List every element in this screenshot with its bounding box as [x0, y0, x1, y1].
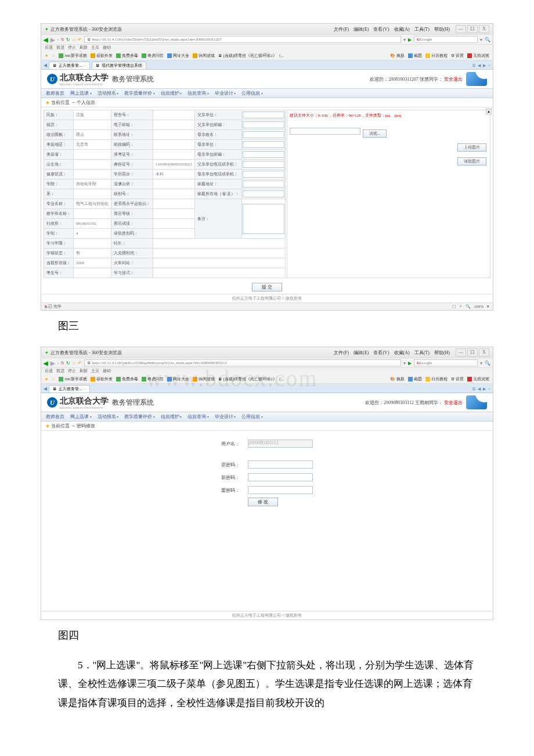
input-mother-unit[interactable]: [243, 141, 284, 148]
menu-edit[interactable]: 编辑(E): [353, 350, 369, 356]
tabstrip-icon[interactable]: ◀: [478, 63, 481, 68]
menu-course-select[interactable]: 网上选课: [70, 413, 92, 420]
confirm-password-input[interactable]: [248, 486, 313, 494]
tab-nav-left[interactable]: ◀: [44, 386, 47, 391]
forward-button[interactable]: ▶: [50, 37, 55, 43]
file-path-input[interactable]: [290, 128, 360, 135]
tab-close-icon[interactable]: ×: [84, 63, 86, 68]
menu-favorites[interactable]: 收藏(A): [394, 350, 410, 356]
tabstrip-icon[interactable]: ⧉: [472, 387, 475, 391]
reload-button[interactable]: ↻: [66, 361, 70, 366]
input-remark[interactable]: [243, 204, 284, 234]
bm-incognito[interactable]: 无痕浏览: [467, 376, 489, 382]
input-father-unit[interactable]: [243, 111, 284, 118]
input-family-addr[interactable]: [243, 181, 284, 188]
tab-1[interactable]: 🗎 正方教务管... ×: [49, 62, 90, 69]
menu-home[interactable]: 教师首页: [46, 413, 64, 420]
bm-6[interactable]: 休闲游戏: [193, 53, 215, 59]
bm-4[interactable]: 奇虎问答: [142, 53, 164, 59]
url-dropdown-icon[interactable]: ▾: [403, 361, 406, 366]
logout-link[interactable]: 安全退出: [444, 400, 463, 405]
menu-tools[interactable]: 工具(T): [414, 26, 430, 33]
input-mother-zip[interactable]: [243, 151, 284, 158]
minimize-button[interactable]: —: [456, 348, 466, 357]
restore-button[interactable]: 口: [467, 25, 478, 33]
scroll-up-icon[interactable]: ▲: [486, 109, 492, 114]
search-box[interactable]: G Google: [414, 36, 478, 43]
menu-home[interactable]: 教师首页: [46, 90, 64, 96]
bm-calendar[interactable]: 日历教程: [425, 53, 448, 59]
search-glass-icon[interactable]: 🔍: [485, 361, 490, 366]
bm-7[interactable]: 🗎[连载]绾青丝《死亡循环续2》（...: [218, 376, 284, 382]
menu-info-query[interactable]: 信息查询: [187, 90, 209, 96]
search-box[interactable]: G Google: [414, 359, 478, 366]
menu-grad-design[interactable]: 毕业设计: [215, 413, 236, 420]
search-go-icon[interactable]: ▾: [480, 361, 482, 366]
bm-settings[interactable]: ⚙设置: [451, 53, 464, 59]
tabstrip-icon[interactable]: ×: [488, 387, 490, 391]
menu-info-query[interactable]: 信息查询: [187, 413, 209, 420]
bm-2[interactable]: 谷歌外发: [91, 376, 113, 382]
star-add-icon[interactable]: ☆: [52, 53, 55, 58]
tabstrip-icon[interactable]: ⧉: [472, 63, 475, 68]
restore-tab-button[interactable]: ↶: [78, 361, 82, 366]
go-button[interactable]: ▶: [408, 361, 412, 366]
menu-info-maintain[interactable]: 信息维护: [161, 413, 182, 420]
tabstrip-icon[interactable]: ▶: [483, 63, 486, 68]
bm-1[interactable]: 360新手求教: [59, 376, 87, 382]
tab-2[interactable]: 🗎 现代教学管理信息系统: [92, 62, 146, 69]
minimize-button[interactable]: —: [456, 25, 466, 33]
menu-info-maintain[interactable]: 信息维护: [161, 90, 182, 96]
tab-close-icon[interactable]: ×: [84, 387, 86, 391]
reload-button[interactable]: ↻: [66, 37, 70, 42]
back-button[interactable]: ◀: [44, 37, 48, 43]
submit-button[interactable]: 提 交: [252, 283, 282, 291]
search-glass-icon[interactable]: 🔍: [485, 37, 490, 42]
tabstrip-icon[interactable]: ×: [488, 63, 490, 68]
input-mother-name[interactable]: [243, 131, 284, 138]
stop-button[interactable]: ⦸: [61, 37, 64, 42]
bm-2[interactable]: 谷歌外发: [91, 53, 113, 59]
address-bar[interactable]: 🗎 http://10.11.4.118/(ph4loct55hbqa8mhva…: [84, 359, 401, 366]
tab-1[interactable]: 🗎 正方教务管... ×: [49, 385, 90, 393]
browse-button[interactable]: 浏览...: [363, 129, 387, 138]
bm-4[interactable]: 奇虎问答: [142, 376, 164, 382]
status-download-icon[interactable]: ▢: [452, 304, 456, 309]
restore-button[interactable]: 口: [467, 348, 478, 357]
input-father-zip[interactable]: [243, 121, 284, 128]
bm-7[interactable]: 🗎[连载]绾青丝《死亡循环续2》（...: [218, 53, 284, 59]
star-icon[interactable]: ★: [45, 53, 48, 58]
bm-capture[interactable]: 截图: [408, 376, 422, 382]
logout-link[interactable]: 安全退出: [444, 77, 463, 82]
home-button[interactable]: ⌂: [73, 361, 75, 366]
url-dropdown-icon[interactable]: ▾: [403, 37, 406, 42]
bm-skin[interactable]: 🎨换肤: [390, 376, 405, 382]
menu-help[interactable]: 帮助(H): [434, 350, 450, 356]
menu-quality[interactable]: 教学质量评价: [124, 90, 155, 96]
forward-button[interactable]: ▶: [50, 360, 55, 366]
tab-nav-left[interactable]: ◀: [44, 63, 47, 68]
menu-activity[interactable]: 活动报名: [98, 90, 119, 96]
back-button[interactable]: ◀: [44, 360, 48, 366]
bm-3[interactable]: 免费杀毒: [116, 53, 138, 59]
change-password-button[interactable]: 修 改: [248, 498, 278, 506]
close-button[interactable]: X: [479, 348, 489, 357]
menu-file[interactable]: 文件(F): [334, 350, 349, 356]
menu-view[interactable]: 查看(V): [373, 26, 389, 33]
tabstrip-icon[interactable]: ◀: [478, 387, 481, 391]
go-button[interactable]: ▶: [408, 37, 412, 42]
menu-activity[interactable]: 活动报名: [98, 413, 119, 420]
input-mother-phone[interactable]: [243, 171, 284, 178]
new-password-input[interactable]: [248, 473, 313, 481]
zoom-dropdown-icon[interactable]: ▾: [487, 304, 489, 309]
star-add-icon[interactable]: ☆: [52, 377, 55, 381]
upload-button[interactable]: 上传图片: [457, 143, 486, 152]
bm-capture[interactable]: 截图: [408, 53, 422, 59]
bm-calendar[interactable]: 日历教程: [425, 376, 448, 382]
bm-5[interactable]: 网址大全: [167, 53, 189, 59]
bm-incognito[interactable]: 无痕浏览: [467, 53, 489, 59]
home-button[interactable]: ⌂: [73, 37, 75, 42]
status-add-icon[interactable]: +: [460, 304, 462, 309]
tabstrip-icon[interactable]: ▶: [483, 387, 486, 391]
menu-view[interactable]: 查看(V): [373, 350, 389, 356]
